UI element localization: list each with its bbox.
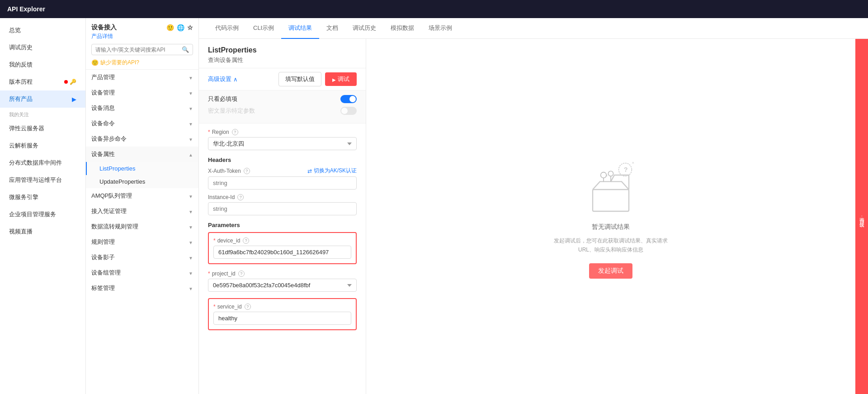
play-icon — [332, 76, 336, 83]
sidebar-item-enterprise-project[interactable]: 企业项目管理服务 — [0, 206, 85, 223]
sidebar-item-all-products[interactable]: 所有产品 ▶ — [0, 90, 85, 108]
category-label-mgmt[interactable]: 标签管理 — [86, 280, 198, 296]
sidebar-item-app-ops[interactable]: 应用管理与运维平台 — [0, 171, 85, 189]
sidebar-item-debug-history[interactable]: 调试历史 — [0, 39, 85, 56]
only-required-row: 只看必填项 — [208, 95, 357, 103]
api-category-list: 产品管理 设备管理 设备消息 设备命令 设备异步命令 设备属性 — [86, 70, 198, 296]
xauth-label-row: X-Auth-Token ? ⇄ 切换为AK/SK认证 — [208, 167, 357, 175]
launch-debug-button[interactable]: 发起调试 — [589, 263, 632, 279]
empty-illustration: ? × × — [575, 154, 647, 218]
service-id-field: * service_id ? — [213, 304, 351, 325]
region-section: * Region ? 华北-北京四 — [208, 129, 357, 150]
advanced-options-panel: 只看必填项 密文显示特定参数 — [199, 90, 366, 123]
instance-id-label: Instance-Id ? — [208, 194, 357, 200]
main-layout: 总览 调试历史 我的反馈 版本历程 🔑 所有产品 ▶ 我的关注 弹性云服务器 云… — [0, 18, 868, 394]
chevron-down-icon — [189, 74, 193, 81]
category-data-flow[interactable]: 数据流转规则管理 — [86, 219, 198, 234]
category-access-cred[interactable]: 接入凭证管理 — [86, 204, 198, 219]
instance-id-help-icon[interactable]: ? — [237, 194, 244, 200]
category-device-shadow[interactable]: 设备影子 — [86, 250, 198, 265]
chevron-down-icon — [189, 239, 193, 246]
search-input[interactable] — [95, 47, 182, 53]
search-box[interactable]: 🔍 — [91, 44, 193, 55]
globe-icon[interactable]: 🌐 — [177, 24, 184, 31]
fill-default-button[interactable]: 填写默认值 — [278, 72, 321, 86]
empty-state-title: 暂无调试结果 — [592, 223, 630, 231]
result-panel: ? × × 暂无调试结果 发起调试后，您可在此获取调试结果、真实请求URL、响应… — [366, 39, 855, 394]
headers-title: Headers — [208, 157, 357, 163]
empty-state-desc: 发起调试后，您可在此获取调试结果、真实请求URL、响应头和响应体信息 — [547, 237, 674, 254]
tab-debug-result[interactable]: 调试结果 — [281, 18, 319, 39]
form-header: ListProperties 查询设备属性 — [199, 39, 366, 68]
sidebar-item-dns[interactable]: 云解析服务 — [0, 137, 85, 154]
service-id-input[interactable] — [213, 312, 351, 325]
chevron-down-icon — [189, 223, 193, 230]
device-id-field: * device_id ? — [213, 237, 351, 259]
smile-icon[interactable]: 🙂 — [166, 24, 174, 31]
parameters-section: Parameters * device_id ? — [208, 222, 357, 330]
instance-id-input[interactable] — [208, 202, 357, 215]
missing-api-link[interactable]: 缺少需要的API? — [100, 59, 139, 66]
service-id-box: * service_id ? — [208, 298, 357, 330]
secret-display-row: 密文显示特定参数 — [208, 107, 357, 115]
region-help-icon[interactable]: ? — [232, 129, 238, 135]
sidebar-item-elastic-cloud[interactable]: 弹性云服务器 — [0, 120, 85, 137]
device-id-input[interactable] — [213, 246, 351, 259]
form-title: ListProperties — [208, 46, 357, 54]
svg-text:?: ? — [624, 166, 628, 173]
sidebar-item-live[interactable]: 视频直播 — [0, 223, 85, 240]
service-id-help-icon[interactable]: ? — [245, 304, 251, 310]
top-bar: API Explorer — [0, 0, 868, 18]
star-icon[interactable]: ☆ — [187, 24, 193, 31]
xauth-input[interactable] — [208, 176, 357, 190]
tab-mock-data[interactable]: 模拟数据 — [383, 18, 421, 39]
required-star: * — [213, 304, 216, 310]
project-id-help-icon[interactable]: ? — [238, 271, 245, 277]
svg-text:×: × — [632, 160, 634, 165]
svg-point-7 — [608, 171, 613, 176]
sidebar-item-microservice[interactable]: 微服务引擎 — [0, 189, 85, 206]
category-device-mgmt[interactable]: 设备管理 — [86, 85, 198, 100]
form-actions: 填写默认值 调试 — [278, 72, 357, 86]
api-item-update-properties[interactable]: UpdateProperties — [86, 175, 198, 188]
tab-scene-example[interactable]: 场景示例 — [421, 18, 459, 39]
region-select[interactable]: 华北-北京四 — [208, 137, 357, 150]
right-feedback[interactable]: 咨询·反馈 — [855, 39, 868, 394]
project-id-select[interactable]: 0e5957be8a00f53c2fa7c0045e4d8fbf — [208, 279, 357, 292]
api-panel-subtitle[interactable]: 产品详情 — [91, 33, 193, 40]
sidebar-item-feedback[interactable]: 我的反馈 — [0, 56, 85, 73]
api-panel-header: 设备接入 🙂 🌐 ☆ 产品详情 🔍 🙂 缺少需要的API? — [86, 18, 198, 70]
category-device-group[interactable]: 设备组管理 — [86, 265, 198, 280]
split-content: ListProperties 查询设备属性 高级设置 ∧ 填写默认值 调试 — [199, 39, 868, 394]
category-amqp[interactable]: AMQP队列管理 — [86, 188, 198, 204]
tab-code-example[interactable]: 代码示例 — [208, 18, 246, 39]
sidebar-item-overview[interactable]: 总览 — [0, 22, 85, 39]
left-sidebar: 总览 调试历史 我的反馈 版本历程 🔑 所有产品 ▶ 我的关注 弹性云服务器 云… — [0, 18, 86, 394]
switch-auth-link[interactable]: ⇄ 切换为AK/SK认证 — [307, 167, 357, 175]
xauth-help-icon[interactable]: ? — [244, 168, 250, 174]
tab-cli-example[interactable]: CLI示例 — [246, 18, 281, 39]
project-id-label: * project_id ? — [208, 271, 357, 277]
tab-docs[interactable]: 文档 — [319, 18, 345, 39]
advanced-settings-row: 高级设置 ∧ 填写默认值 调试 — [199, 68, 366, 90]
category-product-mgmt[interactable]: 产品管理 — [86, 70, 198, 85]
only-required-toggle[interactable] — [340, 95, 357, 103]
category-device-msg[interactable]: 设备消息 — [86, 100, 198, 116]
tab-debug-history[interactable]: 调试历史 — [345, 18, 383, 39]
sidebar-item-distributed-db[interactable]: 分布式数据库中间件 — [0, 154, 85, 171]
category-device-prop[interactable]: 设备属性 — [86, 147, 198, 162]
chevron-down-icon — [189, 120, 193, 127]
headers-section: Headers X-Auth-Token ? ⇄ 切换为AK/SK认证 — [208, 157, 357, 215]
device-id-help-icon[interactable]: ? — [243, 237, 249, 244]
secret-display-toggle[interactable] — [340, 107, 357, 115]
region-select-wrap: 华北-北京四 — [208, 137, 357, 150]
device-prop-subitems: ListProperties UpdateProperties — [86, 162, 198, 188]
category-device-cmd[interactable]: 设备命令 — [86, 116, 198, 131]
category-device-async-cmd[interactable]: 设备异步命令 — [86, 131, 198, 147]
chevron-down-icon — [189, 193, 193, 199]
sidebar-item-version[interactable]: 版本历程 🔑 — [0, 73, 85, 90]
advanced-settings-toggle[interactable]: 高级设置 ∧ — [208, 75, 238, 83]
category-rule-mgmt[interactable]: 规则管理 — [86, 234, 198, 250]
debug-button[interactable]: 调试 — [325, 72, 357, 86]
api-item-list-properties[interactable]: ListProperties — [86, 162, 198, 175]
